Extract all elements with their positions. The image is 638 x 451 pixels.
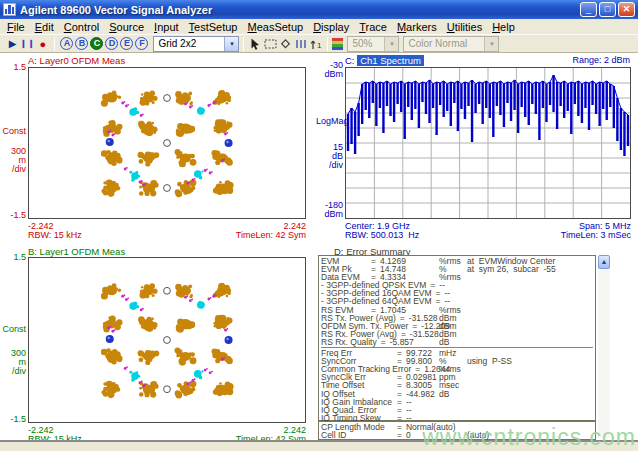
record-icon: ● <box>40 38 47 50</box>
pane-c-y-format: LogMag <box>316 117 343 126</box>
row-equals: = <box>397 431 402 439</box>
row-value: -31.528 <box>410 330 439 338</box>
cursor-arrow-icon <box>250 38 261 50</box>
scrollbar[interactable]: ▲ <box>598 255 610 438</box>
play-button[interactable]: ▶ <box>5 36 20 52</box>
row-unit: dB <box>439 390 449 398</box>
title-bar[interactable]: Agilent 89600 Vector Signal Analyzer _ □… <box>0 0 638 19</box>
vsa-window: Agilent 89600 Vector Signal Analyzer _ □… <box>0 0 638 451</box>
error-summary-row: RS Rx. Quality=-5.857dB <box>321 338 593 346</box>
band-markers-button[interactable] <box>293 36 308 52</box>
menu-trace[interactable]: Trace <box>354 21 392 33</box>
scroll-up-icon[interactable]: ▲ <box>598 255 610 269</box>
pane-a-timelen: TimeLen: 42 Sym <box>236 230 306 240</box>
zoom-rect-button[interactable] <box>263 36 278 52</box>
pane-c-timelen: TimeLen: 3 mSec <box>561 230 631 240</box>
constellation-plot-a[interactable] <box>28 67 306 219</box>
app-icon <box>3 3 16 16</box>
pane-c-y-scale: 15 dB /div <box>316 143 343 170</box>
menu-edit[interactable]: Edit <box>30 21 59 33</box>
pane-c-rbw: RBW: 500.013 Hz <box>345 230 419 240</box>
pane-a-y-min: -1.5 <box>0 211 26 220</box>
trace-button-b[interactable]: B <box>75 37 88 50</box>
color-mode-select[interactable]: Color Normal ▼ <box>403 36 499 52</box>
pause-button[interactable]: ❙❙ <box>20 36 35 52</box>
zoom-level-value: 50% <box>352 38 372 49</box>
menu-display[interactable]: Display <box>308 21 354 33</box>
pane-c-y-max: -30 dBm <box>316 61 343 79</box>
range-label: Range: 2 dBm <box>572 55 630 65</box>
menu-bar: FileEditControlSourceInputTestSetupMeasS… <box>0 19 638 34</box>
toolbar-separator <box>327 37 328 51</box>
toolbar: ▶ ❙❙ ● ABCDEF Grid 2x2 ▼ 1 50% <box>0 34 638 53</box>
grid-layout-value: Grid 2x2 <box>158 38 196 49</box>
marquee-rect-icon <box>264 39 277 49</box>
chevron-down-icon: ▼ <box>484 37 498 51</box>
record-button[interactable]: ● <box>35 36 50 52</box>
pane-a-y-max: 1.5 <box>0 63 26 72</box>
menu-source[interactable]: Source <box>104 21 149 33</box>
row-equals: = <box>381 338 386 346</box>
chevron-down-icon: ▼ <box>224 37 238 51</box>
pane-c-title-prefix: C: <box>345 55 355 66</box>
trace-button-e[interactable]: E <box>120 37 133 50</box>
zoom-level-select[interactable]: 50% ▼ <box>347 36 399 52</box>
row-extra: at sym 26, subcar -55 <box>467 265 556 273</box>
pane-b-y-scale: 300 m /div <box>0 349 26 376</box>
row-label: RS Rx. Quality <box>321 338 377 346</box>
pane-a-y-scale: 300 m /div <box>0 147 26 174</box>
trace-button-d[interactable]: D <box>105 37 118 50</box>
vertical-bars-icon <box>295 38 307 50</box>
pane-a-rbw: RBW: 15 kHz <box>28 230 82 240</box>
menu-meassetup[interactable]: MeasSetup <box>242 21 308 33</box>
menu-testsetup[interactable]: TestSetup <box>184 21 243 33</box>
trace-button-c[interactable]: C <box>90 37 103 50</box>
row-unit: dB <box>439 338 449 346</box>
pane-b-y-min: -1.5 <box>0 415 26 424</box>
menu-markers[interactable]: Markers <box>392 21 442 33</box>
grid-layout-select[interactable]: Grid 2x2 ▼ <box>153 36 239 52</box>
pane-c-y-min: -180 dBm <box>316 201 343 219</box>
trace-button-f[interactable]: F <box>135 37 148 50</box>
minimize-button[interactable]: _ <box>580 2 597 17</box>
error-summary-table: EVM=4.1269%rmsat EVMWindow CenterEVM Pk=… <box>318 255 596 421</box>
select-cursor-button[interactable] <box>248 36 263 52</box>
marker-diamond-button[interactable] <box>278 36 293 52</box>
maximize-button[interactable]: □ <box>599 2 616 17</box>
menu-help[interactable]: Help <box>487 21 520 33</box>
pane-d: D: Error Summary EVM=4.1269%rmsat EVMWin… <box>316 243 638 440</box>
color-palette-icon <box>332 38 343 50</box>
pane-a: A: Layer0 OFDM Meas 1.5 Const 300 m /div… <box>0 53 316 243</box>
pane-c-title-selected[interactable]: Ch1 Spectrum <box>357 55 424 66</box>
pane-c: C: Ch1 Spectrum Range: 2 dBm -30 dBm Log… <box>316 53 638 243</box>
pane-b-y-max: 1.5 <box>0 253 26 262</box>
section-divider <box>321 347 593 348</box>
window-title: Agilent 89600 Vector Signal Analyzer <box>20 4 578 16</box>
menu-utilities[interactable]: Utilities <box>442 21 487 33</box>
menu-control[interactable]: Control <box>59 21 104 33</box>
play-icon: ▶ <box>9 38 17 49</box>
row-value: -5.857 <box>390 338 414 346</box>
pane-b: B: Layer1 OFDM Meas 1.5 Const 300 m /div… <box>0 243 316 440</box>
watermark: www.cntronics.com <box>422 424 636 451</box>
close-button[interactable]: ✕ <box>618 2 635 17</box>
spectrum-plot-c[interactable] <box>345 67 631 219</box>
color-mode-value: Color Normal <box>408 38 467 49</box>
diamond-icon <box>280 38 291 49</box>
pane-a-y-format: Const <box>0 127 26 136</box>
measurement-area: A: Layer0 OFDM Meas 1.5 Const 300 m /div… <box>0 53 638 440</box>
peak-marker-button[interactable]: 1 <box>308 36 323 52</box>
trace-button-a[interactable]: A <box>60 37 73 50</box>
pause-icon: ❙❙ <box>20 39 35 48</box>
toolbar-separator <box>243 37 244 51</box>
pane-a-title: A: Layer0 OFDM Meas <box>28 55 125 66</box>
menu-file[interactable]: File <box>2 21 30 33</box>
row-value: 0 <box>406 431 411 439</box>
error-summary-row: Time Offset=8.3005msec <box>321 381 593 389</box>
menu-input[interactable]: Input <box>149 21 183 33</box>
trace-select-buttons: ABCDEF <box>59 37 149 50</box>
marker-to-peak-icon: 1 <box>310 38 322 50</box>
pane-b-y-format: Const <box>0 325 26 334</box>
constellation-plot-b[interactable] <box>28 257 306 423</box>
error-summary-row: Freq Err=99.722mHz <box>321 349 593 357</box>
